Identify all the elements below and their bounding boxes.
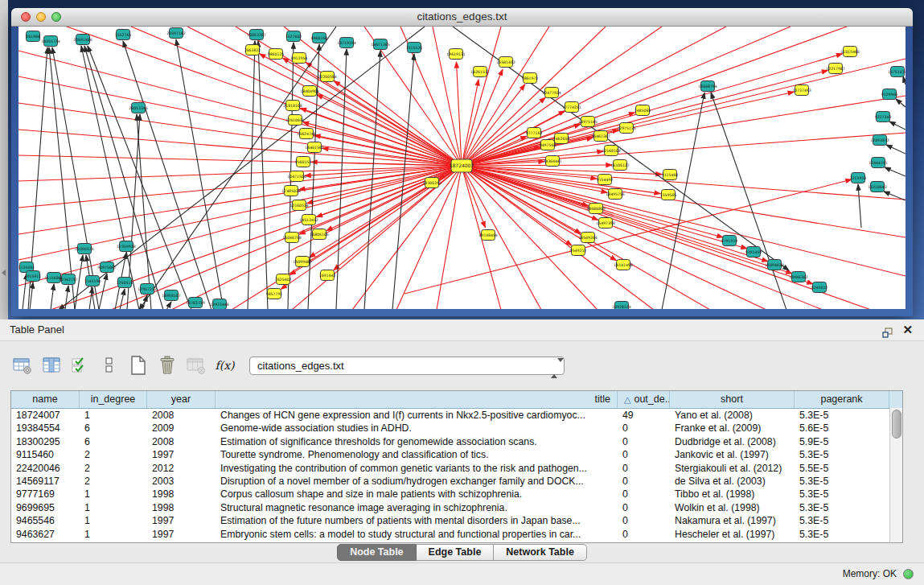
graph-node-label: 1135061 (18, 266, 35, 270)
graph-node-label: 16094630 (765, 263, 783, 267)
table-cell: 1 (80, 409, 147, 422)
function-builder-button[interactable]: f(x) (214, 355, 236, 377)
graph-node-label: 19619131 (446, 52, 465, 56)
cytoscape-app: citations_edges.txt 26198414055724206914… (0, 0, 924, 585)
column-header-year[interactable]: year (147, 391, 216, 408)
graph-node-label: 9227343 (875, 115, 892, 119)
table-cell: 19384554 (11, 422, 80, 435)
graph-node-label: 10737493 (792, 89, 811, 93)
graph-node-label: 10946302 (789, 275, 807, 279)
row-height-button[interactable] (98, 355, 120, 377)
tab-node-table[interactable]: Node Table (337, 544, 416, 561)
table-cell: Jankovic et al. (1997) (670, 448, 795, 461)
table-scrollbar[interactable] (889, 408, 902, 542)
column-header-label: name (32, 393, 57, 405)
column-header-title[interactable]: title (216, 391, 618, 408)
table-cell: 0 (618, 462, 670, 475)
table-cell: Investigating the contribution of common… (216, 462, 618, 475)
table-mode-button[interactable] (11, 355, 33, 377)
table-cell: 5.9E-5 (795, 435, 889, 448)
graph-node-label: 18300295 (422, 181, 441, 185)
graph-node-label: 1691443 (319, 274, 336, 278)
citation-edge-black (51, 284, 54, 309)
graph-node-label: 19148454 (478, 233, 497, 237)
close-traffic-light-icon[interactable] (21, 12, 31, 22)
graph-node-label: 16806106 (310, 233, 328, 237)
graph-node-label: 10719194 (337, 41, 355, 45)
citation-edge-black (896, 99, 906, 107)
node-table: namein_degreeyeartitle△out_de...shortpag… (10, 390, 903, 543)
column-header-in_degree[interactable]: in_degree (80, 391, 147, 408)
column-header-short[interactable]: short (670, 391, 795, 408)
table-row[interactable]: 969969511998Structural magnetic resonanc… (11, 501, 902, 514)
scrollbar-thumb[interactable] (892, 410, 901, 439)
minimize-traffic-light-icon[interactable] (36, 12, 46, 22)
graph-node-label: 8912954 (291, 56, 308, 60)
table-cell: 2009 (147, 422, 216, 435)
table-row[interactable]: 946362711997Embryonic stem cells: a mode… (11, 528, 902, 541)
close-panel-icon[interactable]: ✕ (902, 319, 913, 340)
table-cell: 1 (80, 501, 147, 514)
table-row[interactable]: 2242004622012Investigating the contribut… (11, 462, 902, 475)
network-graph-canvas[interactable]: 2619841405572420691406155276520597142106… (18, 27, 906, 309)
graph-node-label: 9497568 (540, 143, 556, 147)
graph-node-label: 16106127 (610, 163, 629, 167)
graph-node-label: 9245012 (811, 286, 828, 290)
network-window[interactable]: citations_edges.txt 26198414055724206914… (11, 8, 913, 316)
table-cell: Franke et al. (2009) (670, 422, 795, 435)
graph-node-label: 6966160 (311, 36, 328, 40)
table-cell: de Silva et al. (2003) (670, 475, 795, 488)
citation-edge-black (89, 287, 92, 309)
graph-node-label: 8791919 (721, 239, 738, 243)
table-cell: 9115460 (11, 448, 80, 461)
graph-node-label: 16461562 (305, 146, 323, 150)
collapse-panel-arrow-icon[interactable] (2, 270, 6, 276)
table-tabbar: Node TableEdge TableNetwork Table (0, 544, 924, 561)
table-row[interactable]: 946554611997Estimation of the future num… (11, 514, 902, 527)
graph-node-label: 9560157 (295, 160, 312, 164)
table-cell: 9777169 (11, 488, 80, 501)
tab-network-table[interactable]: Network Table (494, 544, 587, 561)
graph-node-label: 12444191 (869, 161, 887, 165)
table-row[interactable]: 1938455462009Genome-wide association stu… (11, 422, 902, 435)
column-header-label: short (721, 393, 743, 405)
delete-column-button[interactable] (156, 355, 178, 377)
citation-edge-red (457, 62, 462, 166)
graph-node-label: 9861972 (522, 76, 539, 80)
graph-node-label: 17359928 (117, 245, 135, 249)
float-window-icon[interactable] (882, 324, 893, 345)
table-cell: Corpus callosum shape and size in male p… (216, 488, 618, 501)
show-columns-button[interactable] (40, 355, 62, 377)
graph-node-label: 18975145 (578, 120, 597, 124)
table-cell: 0 (618, 514, 670, 527)
citation-edge-red (462, 27, 847, 166)
table-cell: 2 (80, 462, 147, 475)
table-row[interactable]: 1456911722003Disruption of a novel membe… (11, 475, 902, 488)
citation-edge-red (462, 166, 792, 274)
table-panel: Table Panel ✕ (0, 319, 924, 585)
graph-node-label: 12923448 (210, 303, 228, 307)
zoom-traffic-light-icon[interactable] (51, 12, 61, 22)
graph-node-label: 7462656 (553, 137, 570, 141)
graph-node-label: 16210643 (868, 185, 886, 189)
window-titlebar[interactable]: citations_edges.txt (11, 8, 913, 27)
column-header-out_de[interactable]: △out_de... (618, 391, 670, 408)
statusbar: Memory: OK (0, 562, 924, 585)
graph-node-label: 7663822 (244, 48, 261, 52)
create-column-button[interactable] (127, 355, 149, 377)
tab-edge-table[interactable]: Edge Table (417, 544, 495, 561)
column-header-pagerank[interactable]: pagerank (795, 391, 889, 408)
select-rows-button[interactable] (69, 355, 91, 377)
table-cell: 9699695 (11, 501, 80, 514)
table-cell: 5.3E-5 (795, 409, 889, 422)
table-row[interactable]: 911546021997Tourette syndrome. Phenomeno… (11, 448, 902, 461)
column-header-name[interactable]: name (11, 391, 80, 408)
table-header-row: namein_degreeyeartitle△out_de...shortpag… (11, 391, 902, 409)
column-header-label: pagerank (820, 393, 862, 405)
table-row[interactable]: 977716911998Corpus callosum shape and si… (11, 488, 902, 501)
table-row[interactable]: 1830029562008Estimation of significance … (11, 435, 902, 448)
table-row[interactable]: 1872400712008Changes of HCN gene express… (11, 409, 902, 422)
graph-node-label: 9860125 (268, 52, 285, 56)
network-view-frame: 2619841405572420691406155276520597142106… (11, 27, 913, 316)
table-select-dropdown[interactable]: citations_edges.txt (249, 356, 565, 375)
